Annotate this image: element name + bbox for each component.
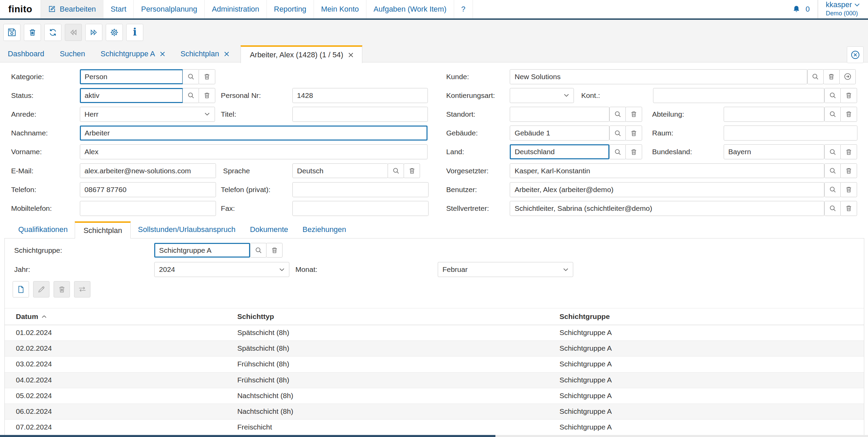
anrede-select[interactable]: Herr	[80, 107, 215, 122]
standort-clear-button[interactable]	[625, 107, 642, 122]
refresh-button[interactable]	[44, 24, 61, 41]
gebaeude-input[interactable]	[510, 126, 609, 141]
subtab-sollstunden[interactable]: Sollstunden/Urlaubsanspruch	[131, 221, 243, 238]
vorgesetzter-search-button[interactable]	[824, 163, 841, 178]
subtab-qualifikationen[interactable]: Qualifikationen	[11, 221, 75, 238]
close-tab-icon[interactable]	[160, 52, 165, 57]
stellvertreter-input[interactable]	[510, 201, 824, 216]
datum-link[interactable]: 03.02.2024	[16, 356, 52, 372]
table-row[interactable]: 02.02.2024 Spätschicht (8h) Schichtgrupp…	[5, 341, 864, 356]
menu-item-mein-konto[interactable]: Mein Konto	[314, 0, 366, 18]
telefon-privat-input[interactable]	[292, 182, 429, 197]
tab-schichtplan[interactable]: Schichtplan	[173, 45, 237, 62]
table-row[interactable]: 01.02.2024 Spätschicht (8h) Schichtgrupp…	[5, 325, 864, 341]
kont-input[interactable]	[653, 88, 824, 103]
standort-search-button[interactable]	[609, 107, 626, 122]
kategorie-search-button[interactable]	[183, 69, 199, 84]
menu-item-help[interactable]: ?	[454, 0, 473, 18]
menu-item-personalplanung[interactable]: Personalplanung	[134, 0, 204, 18]
kont-search-button[interactable]	[824, 88, 841, 103]
status-clear-button[interactable]	[199, 88, 215, 103]
sprache-clear-button[interactable]	[404, 163, 420, 178]
bundesland-clear-button[interactable]	[840, 144, 857, 159]
titel-input[interactable]	[292, 107, 428, 122]
gebaeude-clear-button[interactable]	[625, 126, 642, 141]
abteilung-input[interactable]	[724, 107, 824, 122]
subtab-schichtplan[interactable]: Schichtplan	[75, 221, 131, 238]
benutzer-clear-button[interactable]	[840, 182, 857, 197]
kunde-clear-button[interactable]	[823, 69, 840, 84]
kategorie-clear-button[interactable]	[199, 69, 215, 84]
kunde-goto-button[interactable]	[839, 69, 856, 84]
mobiltelefon-input[interactable]	[80, 201, 216, 216]
user-menu[interactable]: kkasper Demo (000)	[826, 1, 860, 17]
schichtgruppe-clear-button[interactable]	[266, 243, 283, 258]
column-header-schichttyp[interactable]: Schichttyp	[237, 308, 274, 324]
menu-item-administration[interactable]: Administration	[205, 0, 267, 18]
menu-item-aufgaben[interactable]: Aufgaben (Work Item)	[366, 0, 454, 18]
next-record-button[interactable]	[85, 24, 102, 41]
table-row[interactable]: 05.02.2024 Nachtschicht (8h) Schichtgrup…	[5, 388, 864, 404]
land-search-button[interactable]	[609, 144, 626, 159]
info-button[interactable]: i	[126, 24, 143, 41]
kategorie-input[interactable]	[80, 69, 183, 84]
settings-button[interactable]	[106, 24, 123, 41]
status-input[interactable]	[80, 88, 183, 103]
tab-arbeiter-alex[interactable]: Arbeiter, Alex (1428) (1 / 54)	[241, 45, 362, 63]
raum-input[interactable]	[724, 126, 858, 141]
schichtgruppe-input[interactable]	[154, 243, 250, 258]
sprache-search-button[interactable]	[388, 163, 404, 178]
schichtgruppe-search-button[interactable]	[250, 243, 267, 258]
kontierungsart-select[interactable]	[510, 88, 574, 103]
stellvertreter-search-button[interactable]	[824, 201, 841, 216]
benutzer-input[interactable]	[510, 182, 824, 197]
column-header-datum[interactable]: Datum	[16, 308, 46, 324]
bundesland-input[interactable]	[724, 144, 824, 159]
table-row[interactable]: 07.02.2024 Freischicht Schichtgruppe A	[5, 420, 864, 435]
tab-schichtgruppe-a[interactable]: Schichtgruppe A	[93, 45, 173, 62]
telefon-input[interactable]	[80, 182, 216, 197]
delete-button[interactable]	[24, 24, 41, 41]
table-row[interactable]: 04.02.2024 Frühschicht (8h) Schichtgrupp…	[5, 373, 864, 388]
gebaeude-search-button[interactable]	[609, 126, 626, 141]
vorgesetzter-input[interactable]	[510, 163, 824, 178]
datum-link[interactable]: 05.02.2024	[16, 388, 52, 403]
abteilung-search-button[interactable]	[824, 107, 841, 122]
column-header-schichtgruppe[interactable]: Schichtgruppe	[560, 308, 610, 324]
kunde-input[interactable]	[510, 69, 807, 84]
kunde-search-button[interactable]	[807, 69, 824, 84]
subtab-beziehungen[interactable]: Beziehungen	[295, 221, 353, 238]
datum-link[interactable]: 06.02.2024	[16, 404, 52, 419]
table-row[interactable]: 03.02.2024 Frühschicht (8h) Schichtgrupp…	[5, 356, 864, 372]
close-tab-icon[interactable]	[224, 52, 229, 57]
tab-dashboard[interactable]: Dashboard	[0, 45, 52, 62]
vorgesetzter-clear-button[interactable]	[840, 163, 857, 178]
datum-link[interactable]: 04.02.2024	[16, 373, 52, 388]
kont-clear-button[interactable]	[840, 88, 857, 103]
menu-item-bearbeiten[interactable]: Bearbeiten	[41, 0, 103, 18]
vorname-input[interactable]	[80, 144, 428, 159]
save-button[interactable]	[3, 24, 20, 41]
stellvertreter-clear-button[interactable]	[840, 201, 857, 216]
land-input[interactable]	[510, 144, 609, 159]
land-clear-button[interactable]	[625, 144, 642, 159]
email-input[interactable]	[80, 163, 216, 178]
subtab-dokumente[interactable]: Dokumente	[243, 221, 295, 238]
monat-select[interactable]: Februar	[438, 262, 574, 277]
personal-nr-input[interactable]	[292, 88, 428, 103]
sprache-input[interactable]	[292, 163, 388, 178]
horizontal-scrollbar-thumb[interactable]	[0, 435, 495, 437]
menu-item-start[interactable]: Start	[103, 0, 134, 18]
fax-input[interactable]	[292, 201, 429, 216]
abteilung-clear-button[interactable]	[840, 107, 857, 122]
menu-item-reporting[interactable]: Reporting	[267, 0, 314, 18]
bundesland-search-button[interactable]	[824, 144, 841, 159]
benutzer-search-button[interactable]	[824, 182, 841, 197]
datum-link[interactable]: 02.02.2024	[16, 341, 52, 356]
new-entry-button[interactable]	[13, 281, 29, 298]
datum-link[interactable]: 01.02.2024	[16, 325, 52, 340]
datum-link[interactable]: 07.02.2024	[16, 420, 52, 435]
table-row[interactable]: 06.02.2024 Nachtschicht (8h) Schichtgrup…	[5, 404, 864, 420]
notifications-button[interactable]: 0	[792, 5, 810, 14]
status-search-button[interactable]	[183, 88, 199, 103]
